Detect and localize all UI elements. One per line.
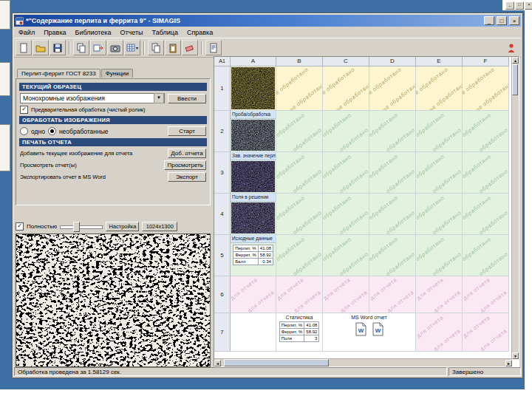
sheet-cell[interactable]: обработанообработано [463,152,509,194]
sheet-cell[interactable]: не обработаноне обработано [323,66,369,111]
menu-help[interactable]: Справка [183,29,217,36]
sheet-cell[interactable]: для отчетадля отчета [416,313,463,352]
radio-one[interactable] [20,127,28,135]
user-person-icon[interactable] [503,40,519,55]
sheet-cell[interactable]: обработанообработано [369,235,416,276]
close-button[interactable]: × [509,16,519,25]
sheet-cell-A5[interactable]: Исходные данныеПерлит, %41.08Феррит, %58… [231,235,276,276]
grid-settings-icon[interactable]: ▾ [124,40,140,55]
tab-functions[interactable]: Функции [101,69,134,78]
sheet-cell[interactable]: обработанообработано [416,152,463,194]
word-document-icon[interactable]: W [355,322,366,336]
sheet-cell[interactable]: обработанообработано [416,235,463,276]
slide-thumbnail[interactable] [0,124,10,171]
column-header-B[interactable]: B [276,57,323,66]
export-report-button[interactable]: Экспорт [168,172,206,182]
open-folder-icon[interactable] [33,40,49,55]
add-report-button[interactable]: Доб. отчета [168,149,206,158]
row-header-5[interactable]: 5 [214,235,231,276]
enter-button[interactable]: Ввести [168,94,206,103]
outer-minimize-button[interactable]: _ [505,1,514,10]
radio-unprocessed[interactable] [48,127,56,135]
sheet-cell[interactable]: обработанообработано [323,152,369,194]
menu-reports[interactable]: Отчеты [115,29,147,36]
fit-checkbox[interactable]: ✓ [16,222,24,231]
sheet-cell[interactable]: обработанообработано [463,111,509,152]
preprocess-checkbox[interactable]: ✓ [20,106,28,114]
menu-edit[interactable]: Правка [39,29,70,36]
outer-maximize-button[interactable]: □ [515,1,524,10]
new-page-icon[interactable] [16,40,32,55]
sheet-cell-A6[interactable]: для отчетадля отчета [231,276,276,313]
column-header-F[interactable]: F [463,57,509,66]
sheet-cell[interactable]: обработанообработано [323,111,369,152]
sheet-cell[interactable]: для отчетадля отчета [463,276,509,313]
sheet-cell[interactable]: обработанообработано [276,152,323,194]
horizontal-scroll-thumb[interactable] [224,359,329,366]
sheet-cell[interactable]: не обработаноне обработано [463,66,509,111]
copy-page-icon[interactable] [148,40,164,55]
maximize-button[interactable]: □ [497,16,507,25]
vertical-scroll-thumb[interactable] [512,64,518,95]
paste-icon[interactable] [165,40,181,55]
sheet-cell[interactable]: не обработаноне обработано [369,66,416,111]
sheet-cell-A2[interactable]: Проба/обработка [231,111,276,152]
word-document-icon[interactable]: W [372,322,383,336]
menu-library[interactable]: Библиотека [71,29,116,36]
micrograph-thumbnail[interactable] [231,120,275,151]
sheet-cell[interactable]: обработанообработано [416,111,463,152]
statistics-cell[interactable]: СтатистикаПерлит, %41.08Феррит, %58.92По… [276,313,323,352]
micrograph-thumbnail[interactable] [231,202,275,233]
copy-icon[interactable] [73,40,89,55]
scroll-down-icon[interactable]: ▼ [512,352,519,359]
image-type-select[interactable]: Монохромные изображения ▼ [20,93,165,103]
menu-file[interactable]: Файл [14,29,39,36]
zoom-slider[interactable] [60,222,103,231]
row-header-3[interactable]: 3 [214,152,231,194]
metallograph-image[interactable] [16,233,211,367]
sheet-cell[interactable]: обработанообработано [463,194,509,235]
slide-thumbnail[interactable] [0,0,10,30]
vertical-scrollbar[interactable]: ▲ ▼ [511,57,519,359]
report-icon[interactable] [205,40,222,55]
start-button[interactable]: Старт [168,126,206,136]
scroll-left-icon[interactable]: ◄ [214,360,221,366]
titlebar[interactable]: *"Содержание перлита и феррита 9" - SIMA… [14,15,521,27]
micrograph-thumbnail[interactable] [231,67,275,109]
sheet-cell[interactable]: для отчетадля отчета [463,313,509,352]
camera-icon[interactable] [107,40,123,55]
outer-close-button[interactable]: × [525,1,532,10]
slide-thumbnail[interactable] [0,62,10,96]
row-header-4[interactable]: 4 [214,194,231,235]
chevron-down-icon[interactable]: ▼ [154,93,164,103]
column-header-E[interactable]: E [416,57,463,66]
sheet-cell[interactable]: для отчетадля отчета [369,276,416,313]
save-icon[interactable] [50,40,66,55]
row-header-7[interactable]: 7 [214,313,231,352]
erase-icon[interactable] [182,40,198,55]
sheet-cell[interactable]: обработанообработано [276,235,323,276]
row-header-6[interactable]: 6 [214,276,231,313]
settings-button[interactable]: Настройка [106,222,139,231]
sheet-cell[interactable]: для отчетадля отчета [323,276,369,313]
word-report-cell[interactable]: MS Word отчетWW [323,313,416,352]
import-image-icon[interactable] [90,40,106,55]
view-report-button[interactable]: Просмотреть [164,160,206,170]
column-header-A[interactable]: A [231,57,276,66]
sheet-cell-A3[interactable]: Зав. значение перлита [231,152,276,194]
sheet-cell[interactable]: обработанообработано [416,194,463,235]
sheet-cell-A4[interactable]: Поля в решении [231,194,276,235]
row-header-2[interactable]: 2 [214,111,231,152]
sheet-cell[interactable]: обработанообработано [369,111,416,152]
sheet-cell[interactable]: не обработаноне обработано [276,66,323,111]
zoom-slider-thumb[interactable] [73,222,80,232]
sheet-cell[interactable]: для отчетадля отчета [276,276,323,313]
micrograph-thumbnail[interactable] [231,161,275,192]
image-size-button[interactable]: 1024x1300 [142,222,177,231]
sheet-cell[interactable]: обработанообработано [323,235,369,276]
column-header-D[interactable]: D [369,57,416,66]
sheet-cell[interactable]: обработанообработано [463,235,509,276]
sheet-cell[interactable]: обработанообработано [276,111,323,152]
sheet-cell[interactable]: для отчетадля отчета [416,276,463,313]
scroll-right-icon[interactable]: ► [505,360,512,366]
